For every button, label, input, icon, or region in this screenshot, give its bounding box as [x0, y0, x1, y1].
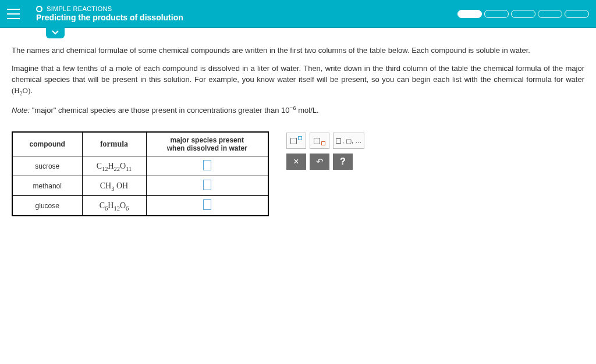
- progress-pill-2[interactable]: [484, 10, 509, 18]
- tool-panel: , ▢, … × ↶ ?: [286, 133, 364, 170]
- close-icon: ×: [293, 156, 299, 167]
- instruction-paragraph-1: The names and chemical formulae of some …: [12, 45, 584, 56]
- progress-pill-3[interactable]: [511, 10, 535, 18]
- topbar: SIMPLE REACTIONS Predicting the products…: [0, 0, 596, 28]
- compounds-table: compound formula major species present w…: [12, 131, 269, 216]
- compound-formula: CH3 OH: [82, 176, 146, 196]
- species-input-2[interactable]: [203, 180, 211, 190]
- compound-formula: C12H22O11: [82, 156, 146, 176]
- progress-pill-4[interactable]: [538, 10, 562, 18]
- compound-name: glucose: [12, 196, 82, 216]
- superscript-button[interactable]: [286, 133, 306, 149]
- content-area: The names and chemical formulae of some …: [0, 36, 596, 228]
- table-row: methanol CH3 OH: [12, 176, 268, 196]
- page-title: Predicting the products of dissolution: [36, 13, 183, 23]
- help-button[interactable]: ?: [333, 154, 353, 170]
- table-header-row: compound formula major species present w…: [12, 132, 268, 156]
- undo-button[interactable]: ↶: [310, 154, 329, 170]
- chevron-down-icon: [52, 30, 59, 35]
- superscript-icon: [290, 136, 302, 145]
- note-paragraph: Note: "major" chemical species are those…: [12, 105, 584, 116]
- compound-name: methanol: [12, 176, 82, 196]
- subscript-icon: [314, 136, 325, 145]
- progress-nav: [457, 10, 589, 18]
- species-input-3[interactable]: [203, 199, 211, 210]
- water-formula: (H2O).: [12, 86, 33, 95]
- help-icon: ?: [340, 156, 346, 167]
- subscript-button[interactable]: [310, 133, 329, 149]
- compound-name: sucrose: [12, 156, 82, 176]
- note-label: Note:: [12, 106, 30, 115]
- dropdown-tab[interactable]: [46, 27, 65, 38]
- table-row: glucose C6H12O6: [12, 196, 268, 216]
- col-header-compound: compound: [12, 132, 82, 156]
- table-row: sucrose C12H22O11: [12, 156, 268, 176]
- title-block: SIMPLE REACTIONS Predicting the products…: [36, 5, 183, 23]
- species-input-1[interactable]: [203, 160, 211, 170]
- progress-pill-5[interactable]: [565, 10, 589, 18]
- col-header-formula: formula: [82, 132, 146, 156]
- module-category: SIMPLE REACTIONS: [47, 5, 112, 13]
- add-item-button[interactable]: , ▢, …: [333, 133, 364, 149]
- instruction-paragraph-2: Imagine that a few tenths of a mole of e…: [12, 63, 584, 97]
- compound-formula: C6H12O6: [82, 196, 146, 216]
- hamburger-menu-icon[interactable]: [7, 9, 20, 19]
- clear-button[interactable]: ×: [286, 154, 306, 170]
- col-header-species: major species present when dissolved in …: [146, 132, 268, 156]
- progress-pill-1[interactable]: [457, 10, 482, 18]
- module-indicator-icon: [36, 6, 42, 12]
- undo-icon: ↶: [316, 156, 324, 167]
